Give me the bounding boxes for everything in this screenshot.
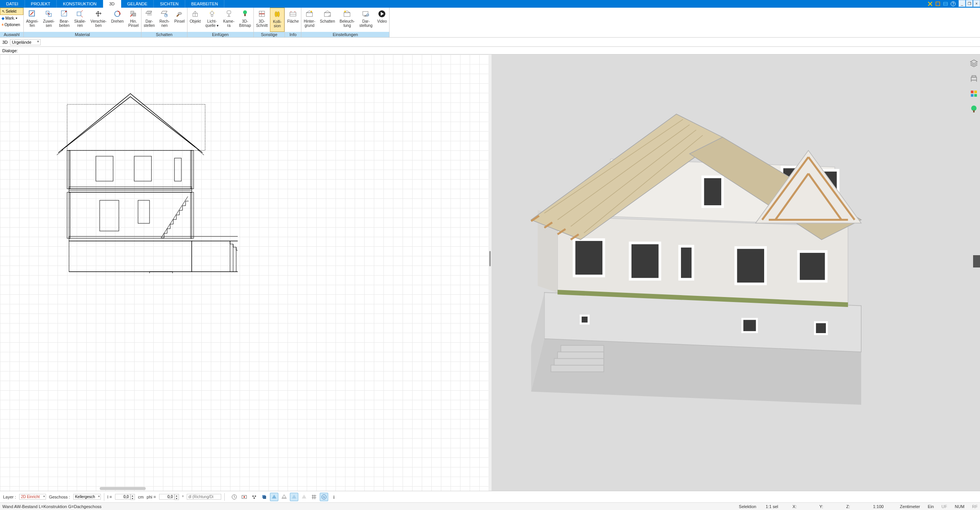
ribbon-video-button[interactable]: Video: [375, 8, 389, 32]
stack-icon[interactable]: [260, 493, 268, 501]
svg-rect-49: [365, 15, 366, 16]
menu-3d[interactable]: 3D: [103, 0, 121, 8]
shade1-icon[interactable]: [270, 493, 278, 501]
plus-icon: +: [2, 23, 4, 27]
2d-viewport[interactable]: [0, 54, 488, 491]
optionen-button[interactable]: + Optionen: [0, 21, 23, 28]
status-y: Y:: [819, 504, 839, 509]
mark-button[interactable]: ◆ Mark. ▾: [0, 15, 23, 21]
tool-icon-3[interactable]: [942, 0, 949, 7]
phi-up[interactable]: ▴: [175, 494, 179, 497]
length-down[interactable]: ▾: [131, 497, 135, 500]
north-icon[interactable]: N: [320, 493, 328, 501]
svg-rect-69: [100, 200, 119, 231]
tool-icon-1[interactable]: [927, 0, 934, 7]
grid-icon[interactable]: [310, 493, 318, 501]
length-unit: cm: [138, 495, 144, 499]
svg-rect-56: [67, 104, 205, 150]
svg-point-19: [178, 12, 182, 15]
ribbon-pinsel-button[interactable]: Pinsel: [172, 8, 187, 32]
ribbon-icon: [207, 9, 217, 18]
ribbon-hinter-button[interactable]: Hinter-grund: [301, 8, 317, 32]
svg-point-45: [344, 11, 346, 12]
tree-icon[interactable]: [969, 104, 978, 114]
terrain-select[interactable]: Urgelände: [10, 39, 41, 45]
svg-rect-37: [306, 13, 312, 17]
ribbon-zuwei-button[interactable]: Zuwei-sen: [41, 8, 57, 32]
svg-marker-40: [324, 11, 331, 13]
layer-select[interactable]: 2D Einricht: [19, 494, 46, 500]
window-minimize[interactable]: _: [959, 0, 965, 7]
ribbon-skalie-button[interactable]: Skalie-ren: [72, 8, 89, 32]
phi-input[interactable]: [159, 494, 174, 500]
3d-viewport[interactable]: [492, 54, 980, 491]
group-icon[interactable]: [250, 493, 258, 501]
ribbon-dar-button[interactable]: Dar-stellen: [141, 8, 157, 32]
svg-point-129: [971, 106, 977, 111]
layers-icon[interactable]: [969, 58, 978, 68]
side-panel-tab[interactable]: [973, 255, 980, 267]
svg-rect-127: [971, 94, 973, 97]
svg-rect-59: [191, 150, 194, 189]
horizontal-scrollbar-thumb[interactable]: [100, 487, 146, 490]
svg-rect-48: [363, 12, 368, 15]
shade4-icon[interactable]: [300, 493, 308, 501]
shade3-icon[interactable]: [290, 493, 298, 501]
phi-unit: °: [182, 495, 184, 499]
phi-down[interactable]: ▾: [175, 497, 179, 500]
ribbon-dar-button[interactable]: Dar-stellung: [357, 8, 375, 32]
ribbon-rech-button[interactable]: Rech-nen: [157, 8, 172, 32]
ribbon-bear-button[interactable]: Bear-beiten: [57, 8, 72, 32]
ribbon-icon: [60, 9, 69, 18]
ribbon-kame-button[interactable]: Kame-ra: [221, 8, 237, 32]
ribbon-verschie-button[interactable]: Verschie-ben: [88, 8, 109, 32]
svg-rect-50: [363, 16, 367, 17]
menu-sichten[interactable]: SICHTEN: [154, 0, 185, 8]
svg-rect-97: [703, 177, 723, 206]
tool-icon-2[interactable]: [934, 0, 941, 7]
menu-konstruktion[interactable]: KONSTRUKTION: [57, 0, 103, 8]
svg-rect-60: [96, 156, 113, 181]
ribbon-licht-button[interactable]: Licht-quelle ▾: [203, 8, 221, 32]
menu-projekt[interactable]: PROJEKT: [25, 0, 57, 8]
palette-icon[interactable]: [969, 89, 978, 98]
help-icon[interactable]: ?: [950, 0, 957, 7]
pane-splitter[interactable]: [488, 54, 492, 491]
ribbon-flche-button[interactable]: Fläche: [285, 8, 301, 32]
length-up[interactable]: ▴: [131, 494, 135, 497]
status-ein: Ein: [928, 504, 934, 509]
clock-icon[interactable]: [230, 493, 238, 501]
length-input[interactable]: [115, 494, 130, 500]
geschoss-select[interactable]: Kellergesch: [73, 494, 101, 500]
menu-gelaende[interactable]: GELÄNDE: [121, 0, 154, 8]
status-rf: RF: [972, 504, 978, 509]
status-x: X:: [793, 504, 812, 509]
ribbon-schatten-button[interactable]: Schatten: [317, 8, 337, 32]
menu-bearbeiten[interactable]: BEARBEITEN: [185, 0, 225, 8]
ribbon-abgrei-button[interactable]: Abgrei-fen: [24, 8, 41, 32]
mark-dropdown-icon: ▾: [16, 17, 17, 20]
info-icon[interactable]: i: [330, 493, 338, 501]
svg-rect-0: [936, 2, 940, 6]
ribbon-objekt-button[interactable]: Objekt: [187, 8, 203, 32]
ribbon-beleuch-button[interactable]: Beleuch-tung: [337, 8, 357, 32]
svg-rect-86: [554, 358, 604, 365]
svg-rect-57: [69, 150, 192, 189]
record-icon[interactable]: [240, 493, 248, 501]
svg-point-33: [275, 12, 277, 17]
secondary-toolbar: 3D Urgelände: [0, 38, 980, 47]
svg-rect-63: [69, 187, 192, 192]
selekt-button[interactable]: ↖ Selekt: [0, 8, 23, 15]
svg-point-135: [255, 495, 256, 497]
direction-input[interactable]: [187, 494, 221, 500]
furniture-icon[interactable]: [969, 74, 978, 83]
menu-datei[interactable]: DATEI: [0, 0, 25, 8]
ribbon-d-button[interactable]: 3D-Bitmap: [237, 8, 253, 32]
shade2-icon[interactable]: [280, 493, 288, 501]
window-restore[interactable]: ❐: [966, 0, 973, 7]
ribbon-kolli-button[interactable]: Kolli-sion: [270, 8, 284, 32]
window-close[interactable]: ×: [973, 0, 980, 7]
ribbon-d-button[interactable]: 3D-Schnitt: [254, 8, 270, 32]
ribbon-hin-button[interactable]: Hin.Pinsel: [126, 8, 141, 32]
ribbon-drehen-button[interactable]: Drehen: [109, 8, 126, 32]
